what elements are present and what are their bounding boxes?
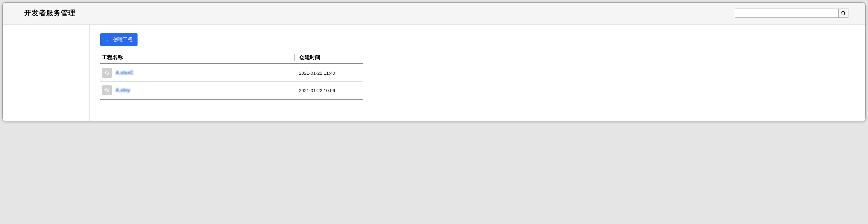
cell-project-name: A.xlsxC [102,68,294,78]
table-header: 工程名称 ↑ 创建时间 ↑ [100,51,363,64]
body: ＋ 创建工程 工程名称 ↑ 创建时间 ↑ [3,25,865,121]
cell-created-time: 2021-01-22 11:40 [294,71,361,76]
search-button[interactable] [839,8,848,18]
table-row: A.xlny 2021-01-22 10:56 [100,82,363,100]
plus-icon: ＋ [105,37,111,43]
project-link[interactable]: A.xlny [116,87,130,93]
sort-arrow-icon: ↑ [359,55,361,60]
cell-project-name: A.xlny [102,85,294,95]
header: 开发者服务管理 [3,3,865,25]
projects-table: 工程名称 ↑ 创建时间 ↑ A.xlsxC 2021- [100,51,363,100]
col-project-name[interactable]: 工程名称 ↑ [102,54,294,61]
search-input[interactable] [735,8,839,18]
gear-icon [102,68,112,78]
page-title: 开发者服务管理 [24,8,75,18]
sidebar [3,25,90,121]
sort-arrow-icon: ↑ [287,55,289,60]
main-content: ＋ 创建工程 工程名称 ↑ 创建时间 ↑ [90,25,865,121]
project-link[interactable]: A.xlsxC [116,70,133,76]
svg-point-0 [842,11,844,14]
col-created-time[interactable]: 创建时间 ↑ [294,54,361,61]
search-wrap [735,8,848,18]
create-project-button[interactable]: ＋ 创建工程 [100,33,137,46]
cell-created-time: 2021-01-22 10:56 [294,88,361,93]
svg-line-1 [844,14,846,15]
table-row: A.xlsxC 2021-01-22 11:40 [100,64,363,82]
search-icon [841,11,846,16]
gear-icon [102,85,112,95]
window: 开发者服务管理 ＋ 创建工程 工程名称 ↑ [2,2,866,121]
create-project-label: 创建工程 [113,36,133,43]
col-project-name-label: 工程名称 [102,54,123,61]
col-created-time-label: 创建时间 [300,54,320,61]
